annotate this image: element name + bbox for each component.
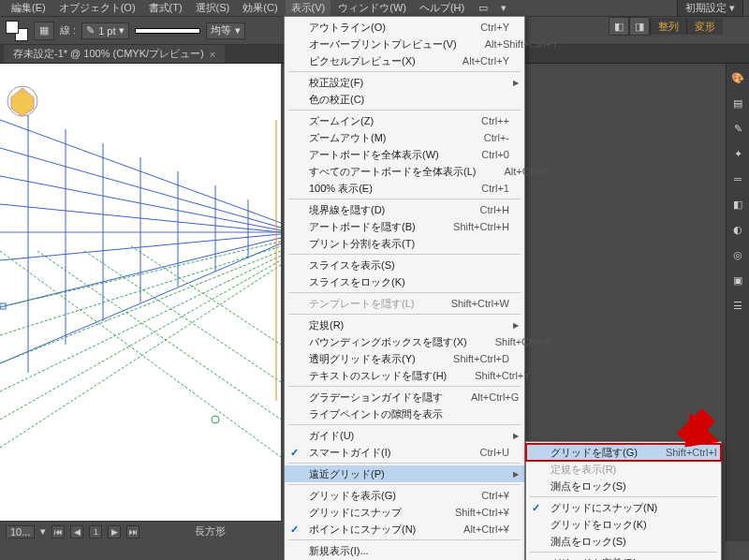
next-artboard-button[interactable]: ▶	[108, 525, 121, 538]
menu-item-label: ピクセルプレビュー(X)	[309, 54, 416, 68]
menu-item[interactable]: アートボードを隠す(B)Shift+Ctrl+H	[285, 218, 524, 235]
menu-item-shortcut: Alt+Ctrl+¥	[435, 523, 509, 535]
menu-item[interactable]: ✓スマートガイド(I)Ctrl+U	[285, 444, 524, 461]
menu-item[interactable]: すべてのアートボードを全体表示(L)Alt+Ctrl+0	[285, 163, 524, 180]
svg-point-28	[212, 416, 219, 423]
menu-view[interactable]: 表示(V)	[286, 0, 331, 16]
panel-icon-1[interactable]: ◧	[609, 17, 629, 36]
menu-type[interactable]: 書式(T)	[143, 0, 188, 16]
menu-item[interactable]: ライブペイントの隙間を表示	[285, 405, 524, 422]
menu-item[interactable]: アートボードを全体表示(W)Ctrl+0	[285, 146, 524, 163]
workspace-switcher[interactable]: 初期設定 ▾	[677, 0, 743, 17]
submenu-perspective-grid[interactable]: グリッドを隠す(G)Shift+Ctrl+I定規を表示(R)測点をロック(S)✓…	[525, 441, 722, 560]
first-artboard-button[interactable]: ⏮	[51, 525, 65, 538]
menu-item-label: バウンディングボックスを隠す(X)	[309, 335, 467, 349]
prev-artboard-button[interactable]: ◀	[70, 525, 83, 538]
zoom-field[interactable]: 10...	[6, 525, 35, 538]
check-icon: ✓	[290, 447, 299, 459]
layout-icon[interactable]: ▭	[476, 1, 491, 16]
menu-item[interactable]: 境界線を隠す(D)Ctrl+H	[285, 201, 524, 218]
document-tab[interactable]: 存未設定-1* @ 100% (CMYK/プレビュー) ×	[4, 45, 225, 63]
stroke-preview[interactable]	[135, 28, 200, 34]
panel-icon-2[interactable]: ◨	[629, 17, 650, 36]
layout-dropdown-icon[interactable]: ▾	[496, 1, 511, 16]
artboard-number[interactable]: 1	[89, 525, 102, 538]
menu-item[interactable]: ピクセルプレビュー(X)Alt+Ctrl+Y	[285, 52, 524, 69]
document-tab-title: 存未設定-1* @ 100% (CMYK/プレビュー)	[13, 47, 204, 61]
menu-item-label: ズームイン(Z)	[309, 114, 374, 128]
menu-effect[interactable]: 効果(C)	[237, 0, 283, 16]
menu-item[interactable]: スライスを表示(S)	[285, 257, 524, 273]
menu-item[interactable]: ガイド(U)	[285, 427, 524, 444]
menu-item-shortcut: Alt+Ctrl+0	[476, 166, 550, 177]
menu-select[interactable]: 選択(S)	[190, 0, 236, 16]
zoom-dropdown-icon[interactable]: ▾	[40, 525, 46, 538]
menu-item-label: グリッドを隠す(G)	[551, 446, 638, 460]
menu-item[interactable]: ズームアウト(M)Ctrl+-	[285, 129, 524, 146]
menu-item[interactable]: 測点をロック(S)	[526, 478, 721, 494]
menu-item-shortcut: Shift+Ctrl+H	[425, 221, 509, 232]
menu-item[interactable]: 色の校正(C)	[285, 91, 524, 108]
menu-item[interactable]: 定規(R)	[285, 317, 524, 333]
menu-item[interactable]: 透明グリッドを表示(Y)Shift+Ctrl+D	[285, 350, 524, 367]
menu-item-shortcut: Ctrl+0	[453, 149, 509, 160]
canvas[interactable]	[0, 64, 281, 541]
menu-view-dropdown[interactable]: アウトライン(O)Ctrl+Yオーバープリントプレビュー(V)Alt+Shift…	[284, 16, 525, 560]
gradient-icon[interactable]: ◧	[729, 196, 746, 213]
symbol-icon[interactable]: ✦	[729, 145, 746, 162]
menu-item[interactable]: ✓グリッドにスナップ(N)	[526, 499, 721, 516]
menu-item[interactable]: グリッドをロック(K)	[526, 516, 721, 533]
last-artboard-button[interactable]: ⏭	[126, 525, 140, 538]
menu-window[interactable]: ウィンドウ(W)	[332, 0, 412, 16]
brush-icon[interactable]: ✎	[729, 120, 746, 137]
menu-item[interactable]: ズームイン(Z)Ctrl++	[285, 112, 524, 129]
menu-item-label: アートボードを隠す(B)	[309, 220, 416, 234]
swatch-small-icon[interactable]: ▦	[34, 22, 54, 40]
check-icon: ✓	[532, 502, 540, 514]
fill-stroke-swatch[interactable]	[6, 21, 28, 41]
menu-item-label: 100% 表示(E)	[309, 182, 373, 196]
panel-arrange[interactable]: 整列	[650, 19, 686, 35]
menu-item[interactable]: スライスをロック(K)	[285, 273, 524, 290]
menu-item[interactable]: ✓ポイントにスナップ(N)Alt+Ctrl+¥	[285, 521, 524, 538]
layers-icon[interactable]: ☰	[729, 297, 746, 314]
menu-item[interactable]: グリッドを隠す(G)Shift+Ctrl+I	[526, 444, 721, 461]
menu-item[interactable]: 100% 表示(E)Ctrl+1	[285, 180, 524, 197]
menu-object[interactable]: オブジェクト(O)	[53, 0, 141, 16]
menu-item-shortcut: Ctrl+H	[452, 204, 509, 215]
menu-item[interactable]: グリッドにスナップShift+Ctrl+¥	[285, 504, 524, 521]
check-icon: ✓	[290, 523, 299, 536]
menu-item[interactable]: 校正設定(F)	[285, 74, 524, 91]
menu-item[interactable]: テキストのスレッドを隠す(H)Shift+Ctrl+Y	[285, 367, 524, 384]
panel-transform[interactable]: 変形	[686, 19, 723, 35]
stroke-profile-dropdown[interactable]: 均等 ▾	[206, 22, 245, 39]
menu-item[interactable]: グリッドを表示(G)Ctrl+¥	[285, 487, 524, 504]
transparency-icon[interactable]: ◐	[729, 221, 746, 238]
menu-edit[interactable]: 編集(E)	[6, 0, 51, 16]
menu-item[interactable]: バウンディングボックスを隠す(X)Shift+Ctrl+B	[285, 333, 524, 350]
menu-item[interactable]: 遠近グリッド(P)	[285, 465, 524, 482]
menu-item[interactable]: アウトライン(O)Ctrl+Y	[285, 19, 524, 36]
menu-help[interactable]: ヘルプ(H)	[414, 0, 470, 16]
menu-item-label: ライブペイントの隙間を表示	[309, 407, 443, 421]
menu-item[interactable]: オーバープリントプレビュー(V)Alt+Shift+Ctrl+Y	[285, 36, 524, 52]
swatches-icon[interactable]: ▤	[729, 95, 746, 111]
menu-item-label: 測点をロック(S)	[551, 535, 626, 549]
menu-item-label: 新規表示(I)...	[309, 544, 369, 558]
menu-item-label: グリッドにスナップ(N)	[551, 501, 657, 515]
close-icon[interactable]: ×	[210, 49, 215, 60]
menu-item-shortcut: Ctrl++	[453, 115, 509, 126]
menu-item-shortcut: Shift+Ctrl+¥	[427, 507, 509, 518]
menu-item-label: 定規(R)	[309, 318, 344, 332]
menu-item[interactable]: プリント分割を表示(T)	[285, 235, 524, 252]
palette-icon[interactable]: 🎨	[729, 69, 746, 86]
stroke-icon[interactable]: ═	[729, 170, 746, 187]
menu-item[interactable]: グラデーションガイドを隠すAlt+Ctrl+G	[285, 389, 524, 405]
menu-item[interactable]: 測点をロック(S)	[526, 533, 721, 550]
menu-item[interactable]: 新規表示(I)...	[285, 542, 524, 559]
stroke-weight-dropdown[interactable]: ✎ 1 pt ▾	[81, 22, 129, 39]
graphic-styles-icon[interactable]: ▣	[729, 272, 746, 288]
menu-item[interactable]: グリッドを定義(D)...	[526, 554, 721, 560]
appearance-icon[interactable]: ◎	[729, 246, 746, 263]
svg-line-26	[131, 246, 281, 345]
